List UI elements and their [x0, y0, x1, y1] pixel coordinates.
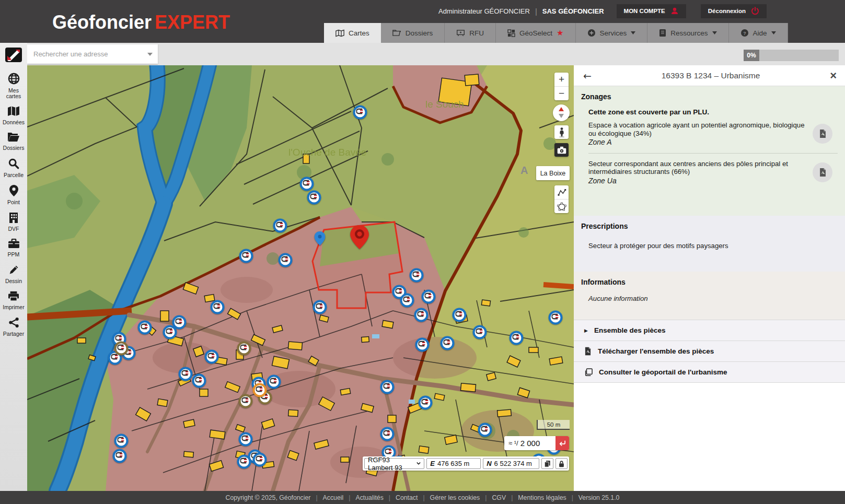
- rfu-marker-blue[interactable]: [380, 380, 395, 394]
- rfu-marker-blue[interactable]: [279, 253, 293, 267]
- crs-select[interactable]: RGF93 Lambert 93: [364, 458, 424, 469]
- footer-link[interactable]: Contact: [396, 494, 418, 501]
- northing-field[interactable]: N 6 522 374 m: [483, 458, 539, 469]
- sidebar-item-partager[interactable]: Partager: [0, 317, 27, 337]
- crs-value: RGF93 Lambert 93: [368, 456, 414, 472]
- sidebar-item-données[interactable]: Données: [0, 106, 27, 125]
- chevron-down-icon[interactable]: [147, 53, 153, 56]
- rfu-marker-blue[interactable]: [138, 321, 152, 335]
- rfu-marker-blue[interactable]: [267, 375, 281, 389]
- tab-cartes[interactable]: Cartes: [324, 23, 381, 43]
- footer-separator: |: [572, 494, 573, 501]
- rfu-marker-blue[interactable]: [414, 308, 429, 322]
- sidebar-item-point[interactable]: Point: [0, 185, 27, 205]
- rfu-marker-brown[interactable]: [114, 342, 129, 356]
- rfu-marker-blue[interactable]: [415, 338, 430, 352]
- panel-header: ← 16393 B 1234 – Urbanisme ×: [574, 65, 845, 86]
- ensemble-pieces-row[interactable]: ▶ Ensemble des pièces: [574, 320, 845, 341]
- map-place-chip[interactable]: La Boixe: [536, 166, 570, 180]
- rfu-marker-blue[interactable]: [192, 374, 206, 388]
- sidebar-item-mes-cartes[interactable]: Mescartes: [0, 73, 27, 99]
- tab-ressources[interactable]: Ressources: [647, 23, 728, 43]
- rfu-marker-blue[interactable]: [113, 449, 127, 463]
- close-icon[interactable]: ×: [830, 71, 837, 81]
- rfu-marker-blue[interactable]: [380, 427, 395, 441]
- rfu-marker-blue[interactable]: [453, 308, 467, 322]
- rfu-marker-blue[interactable]: [239, 432, 253, 447]
- deconnexion-label: Déconnexion: [708, 8, 746, 14]
- rfu-marker-blue[interactable]: [549, 311, 563, 325]
- deconnexion-button[interactable]: Déconnexion: [701, 4, 767, 18]
- sidebar-item-dessin[interactable]: Dessin: [0, 264, 27, 284]
- rfu-marker-blue[interactable]: [253, 453, 267, 467]
- measure-polygon-button[interactable]: [554, 200, 569, 213]
- rfu-marker-blue[interactable]: [273, 219, 287, 233]
- search-input[interactable]: [27, 50, 147, 58]
- telecharger-pieces-row[interactable]: Télécharger l'ensemble des pièces: [574, 341, 845, 361]
- app-logo[interactable]: GéofoncierEXPERT: [52, 11, 230, 33]
- zonage-item: Espace à vocation agricole ayant un pote…: [588, 121, 832, 147]
- prescription-item: Secteur à protéger pour des motifs paysa…: [588, 242, 838, 250]
- measure-polyline-button[interactable]: [554, 185, 569, 199]
- rfu-marker-blue[interactable]: [422, 290, 436, 304]
- footer-link[interactable]: Accueil: [323, 494, 344, 501]
- streetview-pegman-button[interactable]: [554, 125, 569, 139]
- mon-compte-button[interactable]: MON COMPTE: [617, 4, 686, 18]
- selected-point-pin[interactable]: [350, 225, 369, 249]
- sidebar-item-imprimer[interactable]: Imprimer: [0, 291, 27, 310]
- rfu-marker-blue[interactable]: [473, 325, 487, 339]
- rfu-marker-blue[interactable]: [163, 325, 177, 339]
- rfu-marker-orange[interactable]: [253, 383, 267, 397]
- tab-rfu[interactable]: RFU: [445, 23, 496, 43]
- rfu-marker-blue[interactable]: [410, 268, 424, 283]
- rfu-marker-blue[interactable]: [205, 350, 219, 364]
- consulter-geoportail-row[interactable]: Consulter le géoportail de l'urbanisme: [574, 361, 845, 382]
- rfu-marker-brown[interactable]: [239, 394, 253, 408]
- progress-bar: [759, 50, 839, 61]
- footer-link[interactable]: Gérer les cookies: [430, 494, 480, 501]
- lock-coordinates-button[interactable]: [555, 458, 568, 469]
- screenshot-camera-button[interactable]: [554, 143, 569, 157]
- rfu-marker-blue[interactable]: [419, 396, 433, 410]
- zoom-out-button[interactable]: −: [554, 87, 569, 100]
- tab-services[interactable]: Services: [576, 23, 648, 43]
- rfu-marker-blue[interactable]: [307, 191, 321, 205]
- footer-link[interactable]: Mentions légales: [518, 494, 566, 501]
- rfu-marker-blue[interactable]: [211, 300, 225, 314]
- footer-link[interactable]: CGV: [492, 494, 506, 501]
- zonage-pdf-button[interactable]: [813, 124, 832, 144]
- rfu-marker-blue[interactable]: [114, 434, 129, 448]
- copy-coordinates-button[interactable]: [541, 458, 553, 469]
- tab-aide[interactable]: ? Aide: [729, 23, 788, 43]
- rfu-marker-blue[interactable]: [179, 367, 193, 381]
- tab-dossiers[interactable]: Dossiers: [381, 23, 445, 43]
- rfu-marker-blue[interactable]: [300, 177, 314, 191]
- rfu-marker-blue[interactable]: [313, 300, 327, 314]
- footer-link[interactable]: Actualités: [355, 494, 383, 501]
- sidebar-item-parcelle[interactable]: Parcelle: [0, 158, 27, 178]
- sidebar-item-dossiers[interactable]: Dossiers: [0, 132, 27, 151]
- compass-button[interactable]: [553, 104, 570, 121]
- easting-field[interactable]: E 476 635 m: [426, 458, 481, 469]
- zoom-in-button[interactable]: +: [554, 73, 569, 86]
- sidebar-item-dvf[interactable]: DVF: [0, 212, 27, 232]
- rfu-marker-blue[interactable]: [510, 331, 524, 345]
- zonage-pdf-button[interactable]: [813, 162, 832, 182]
- blue-point-pin[interactable]: [315, 231, 326, 245]
- back-arrow-icon[interactable]: ←: [583, 70, 592, 81]
- rfu-marker-blue[interactable]: [239, 249, 253, 263]
- rfu-marker-blue[interactable]: [353, 106, 367, 120]
- rfu-marker-blue[interactable]: [441, 336, 455, 350]
- rfu-marker-blue[interactable]: [237, 455, 251, 469]
- geofoncier-mark-icon[interactable]: [5, 48, 22, 62]
- rfu-marker-brown[interactable]: [237, 342, 251, 356]
- rfu-marker-blue[interactable]: [400, 294, 414, 308]
- scale-value[interactable]: 2 000: [520, 439, 555, 448]
- tab-geoselect[interactable]: GéoSelect ★: [496, 23, 576, 43]
- grid-icon: [507, 29, 515, 37]
- sidebar-item-ppm[interactable]: PPM: [0, 239, 27, 257]
- chevron-down-icon: [771, 31, 776, 34]
- rfu-marker-blue[interactable]: [478, 423, 492, 437]
- scale-apply-button[interactable]: [555, 436, 569, 450]
- map-canvas[interactable]: le Souch l'Ouche de Bavée A + −: [27, 65, 574, 491]
